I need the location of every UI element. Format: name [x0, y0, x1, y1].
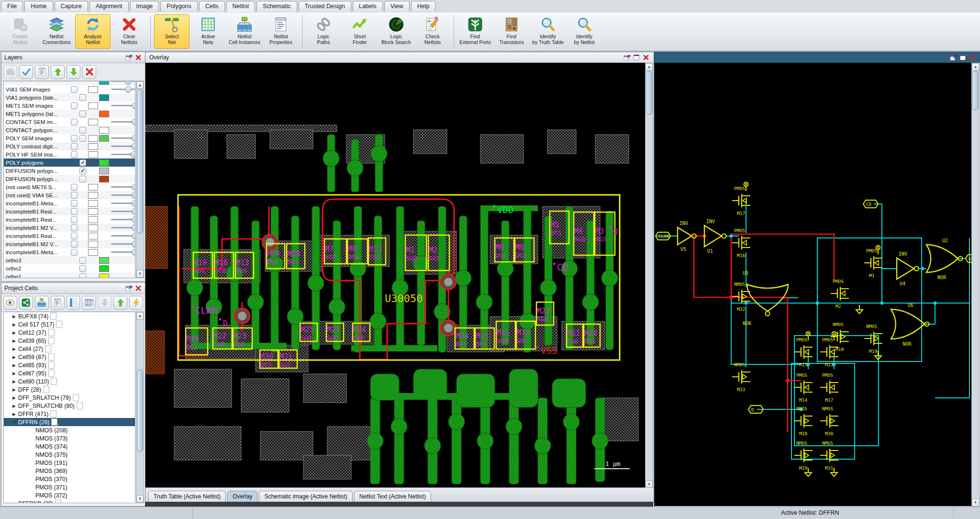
menu-tab-alignment[interactable]: Alignment	[89, 1, 129, 11]
move-up-button[interactable]	[113, 296, 127, 310]
layer-opacity-slider[interactable]	[111, 251, 135, 253]
collapse-icon[interactable]: ▼	[12, 420, 18, 425]
logic-block-search-button[interactable]: LogicBlock Search	[379, 14, 414, 49]
layer-opacity-slider[interactable]	[111, 146, 135, 147]
layer-opacity-slider[interactable]	[111, 89, 135, 90]
layer-row-incompleteb1-real[interactable]: incompleteB1 Real...	[4, 215, 135, 224]
find-external-ports-button[interactable]: FindExternal Ports	[457, 14, 493, 49]
layer-image-swatch[interactable]	[88, 102, 98, 109]
scroll-up-icon[interactable]: ▲	[136, 81, 144, 89]
layer-row-incompleteb1-real[interactable]: incompleteB1 Real...	[4, 232, 135, 240]
netlist-connections-button[interactable]: NetlistConnections	[39, 14, 74, 49]
expand-icon[interactable]: ▶	[12, 355, 18, 360]
layer-image-checkbox[interactable]	[71, 241, 78, 248]
expand-icon[interactable]: ▶	[12, 395, 18, 400]
layer-image-swatch[interactable]	[88, 119, 98, 125]
cell-list-button[interactable]	[51, 296, 65, 310]
netlist-cell-instances-button[interactable]: NetlistCell Instances	[227, 14, 262, 49]
layer-polygon-swatch[interactable]	[99, 273, 109, 279]
layer-image-checkbox[interactable]	[71, 225, 78, 231]
short-finder-button[interactable]: ShortFinder	[342, 14, 378, 49]
delete-layer-button[interactable]	[82, 65, 96, 79]
check-all-button[interactable]	[19, 65, 33, 79]
slider-knob[interactable]	[132, 208, 135, 215]
cell-connections-button[interactable]	[19, 296, 33, 310]
identify-by-truth-table-button[interactable]: Identifyby Truth Table	[530, 14, 566, 49]
schematic-scrollbar[interactable]: ▲ ▼	[971, 63, 980, 507]
layer-image-swatch[interactable]	[88, 241, 98, 248]
scrollbar-thumb[interactable]	[137, 89, 143, 234]
layer-row-poly-sem-images[interactable]: POLY SEM images	[4, 134, 135, 142]
expand-icon[interactable]: ▶	[12, 330, 18, 335]
layers-scrollbar[interactable]: ▲ ▼	[136, 81, 144, 278]
cell-item-cell67-95[interactable]: ▶Cell67 (95)	[4, 369, 135, 377]
layer-opacity-slider[interactable]	[111, 154, 135, 155]
layer-image-checkbox[interactable]	[71, 200, 78, 207]
cell-item-cell59-87[interactable]: ▶Cell59 (87)	[4, 353, 135, 361]
expand-icon[interactable]: ▶	[12, 363, 18, 368]
layer-polygon-checkbox[interactable]	[79, 127, 86, 134]
slider-knob[interactable]	[132, 143, 135, 150]
layer-polygon-swatch[interactable]	[99, 81, 109, 85]
menu-tab-schematic[interactable]: Schematic	[256, 1, 297, 11]
layer-image-checkbox[interactable]	[71, 86, 78, 93]
layer-row-contact-polygon[interactable]: CONTACT polygon...	[4, 126, 135, 134]
expand-icon[interactable]: ▶	[12, 501, 18, 504]
logic-paths-button[interactable]: LogicPaths	[306, 14, 341, 49]
view-tab-netlist-text-active-netlist[interactable]: Netlist Text (Active Netlist)	[354, 491, 431, 502]
layer-polygon-swatch[interactable]	[99, 135, 109, 142]
layer-polygon-checkbox[interactable]	[79, 135, 86, 142]
expand-icon[interactable]: ▶	[12, 347, 18, 351]
maximize-icon[interactable]	[959, 54, 967, 61]
active-nets-button[interactable]: ActiveNets	[190, 14, 226, 49]
identify-by-netlist-button[interactable]: Identifyby Netlist	[567, 14, 602, 49]
layer-opacity-slider[interactable]	[111, 219, 135, 220]
expand-icon[interactable]: ▶	[12, 314, 18, 319]
layer-row-ortho3[interactable]: ortho3	[4, 256, 135, 264]
cell-item-pmos-191[interactable]: PMOS (191)	[4, 459, 135, 467]
layer-list-button[interactable]	[35, 65, 49, 79]
layer-polygon-swatch[interactable]	[99, 159, 109, 166]
layer-polygon-checkbox[interactable]	[79, 159, 86, 166]
cell-item-cell39-65[interactable]: ▶Cell39 (65)	[4, 337, 135, 345]
scroll-down-icon[interactable]: ▼	[972, 499, 979, 507]
layer-image-swatch[interactable]	[88, 143, 98, 150]
export-icon[interactable]	[125, 54, 133, 61]
scroll-down-icon[interactable]: ▼	[136, 495, 144, 503]
scrollbar-thumb[interactable]	[972, 71, 979, 110]
layer-row-diffusion-polygo[interactable]: DIFFUSION polygo...	[4, 167, 135, 175]
layer-polygon-checkbox[interactable]	[79, 257, 86, 264]
layer-row-poly-contrast-digit[interactable]: POLY contrast digit...	[4, 142, 135, 150]
view-tab-overlay[interactable]: Overlay	[227, 491, 257, 502]
netlist-properties-button[interactable]: NetlistProperties	[263, 14, 299, 49]
show-cell-button[interactable]	[3, 296, 17, 310]
layer-image-swatch[interactable]	[88, 208, 98, 215]
cell-item-nmos-208[interactable]: NMOS (208)	[4, 426, 135, 434]
cell-item-pmos-370[interactable]: PMOS (370)	[4, 475, 135, 483]
schematic-titlebar[interactable]	[655, 52, 980, 63]
cell-item-pmos-369[interactable]: PMOS (369)	[4, 467, 135, 475]
close-icon[interactable]	[134, 54, 142, 61]
layer-row-partial[interactable]	[4, 81, 135, 85]
expand-icon[interactable]: ▶	[12, 387, 18, 392]
layer-image-checkbox[interactable]	[71, 216, 78, 223]
expand-icon[interactable]: ▶	[12, 379, 18, 384]
slider-knob[interactable]	[132, 249, 135, 256]
cell-item-cell80-110[interactable]: ▶Cell80 (110)	[4, 377, 135, 385]
layer-opacity-slider[interactable]	[111, 235, 135, 237]
layer-polygon-swatch[interactable]	[99, 265, 109, 272]
menu-tab-file[interactable]: File	[1, 1, 23, 11]
analyze-netlist-button[interactable]: AnalyzeNetlist	[75, 14, 111, 49]
cell-item-pmos-372[interactable]: PMOS (372)	[4, 491, 135, 499]
expand-icon[interactable]: ▶	[12, 412, 18, 417]
layer-opacity-slider[interactable]	[111, 121, 135, 123]
scrollbar-thumb[interactable]	[137, 370, 143, 452]
cell-table-button[interactable]	[82, 296, 96, 310]
layer-polygon-swatch[interactable]	[99, 94, 109, 101]
layer-image-checkbox[interactable]	[71, 119, 78, 125]
layer-image-checkbox[interactable]	[71, 135, 78, 142]
layer-image-swatch[interactable]	[88, 233, 98, 239]
layer-opacity-slider[interactable]	[111, 203, 135, 204]
layer-row-via1-polygons-late[interactable]: VIA1 polygons (late...	[4, 93, 135, 102]
scroll-up-icon[interactable]: ▲	[972, 63, 979, 71]
